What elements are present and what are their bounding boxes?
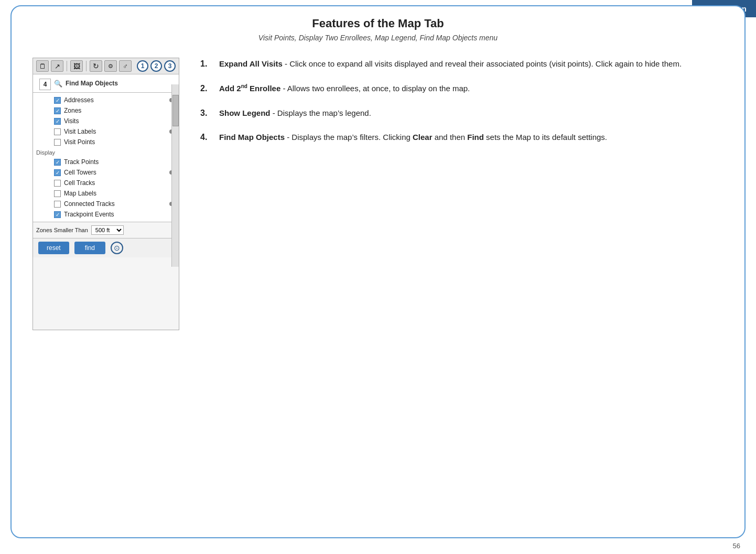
- item-body-4b: and then: [435, 133, 468, 142]
- page-subtitle: Visit Points, Display Two Enrollees, Map…: [33, 34, 723, 42]
- checkbox-cell-tracks[interactable]: [54, 180, 61, 187]
- checkbox-addresses[interactable]: ✓: [54, 97, 61, 104]
- label-visit-labels: Visit Labels: [64, 128, 167, 135]
- item-text-1: Expand All Visits - Click once to expand…: [219, 58, 682, 71]
- page-number: 56: [733, 542, 740, 550]
- label-addresses: Addresses: [64, 96, 167, 104]
- toolbar-separator: [67, 61, 67, 71]
- item-number-4: 4.: [200, 131, 215, 144]
- checkbox-visits[interactable]: ✓: [54, 118, 61, 125]
- toolbar-icon-export[interactable]: ↗: [51, 60, 63, 72]
- numbered-item-1: 1. Expand All Visits - Click once to exp…: [200, 58, 723, 71]
- list-item[interactable]: Map Labels: [33, 188, 179, 199]
- item-number-3: 3.: [200, 107, 215, 120]
- find-map-objects-label: Find Map Objects: [66, 80, 118, 87]
- item-number-2: 2.: [200, 82, 215, 95]
- item-title-3: Show Legend: [219, 108, 271, 117]
- badge-1[interactable]: 1: [137, 60, 148, 72]
- item-find-bold: Find: [467, 133, 484, 142]
- label-zones: Zones: [64, 107, 174, 114]
- item-body-2: - Allows two enrollees, at once, to disp…: [283, 84, 470, 93]
- circle-button[interactable]: ⊙: [111, 242, 123, 254]
- search-row[interactable]: 4 🔍 Find Map Objects: [33, 74, 179, 93]
- right-content: 1. Expand All Visits - Click once to exp…: [200, 58, 723, 156]
- checkbox-visit-labels[interactable]: [54, 128, 61, 135]
- zones-label: Zones Smaller Than: [36, 227, 88, 233]
- item-number-1: 1.: [200, 58, 215, 71]
- numbered-item-2: 2. Add 2nd Enrollee - Allows two enrolle…: [200, 82, 723, 95]
- checkbox-track-points[interactable]: ✓: [54, 159, 61, 166]
- btn-row: reset find ⊙: [33, 238, 179, 257]
- item-text-2: Add 2nd Enrollee - Allows two enrollees,…: [219, 82, 470, 95]
- badge-3[interactable]: 3: [164, 60, 176, 72]
- checkbox-visit-points[interactable]: [54, 139, 61, 146]
- item-body-4a: - Displays the map’s filters. Clicking: [287, 133, 413, 142]
- item-body-4c: sets the Map to its default settings.: [486, 133, 607, 142]
- item-title-1: Expand All Visits: [219, 59, 283, 68]
- item-clear-bold: Clear: [413, 133, 433, 142]
- label-cell-tracks: Cell Tracks: [64, 179, 174, 187]
- list-item[interactable]: ✓ Cell Towers: [33, 167, 179, 178]
- scrollbar[interactable]: [171, 84, 179, 267]
- left-panel: 🗒 ↗ 🖼 ↻ ⚙ ♂ 1 2 3: [33, 58, 179, 330]
- list-item[interactable]: ✓ Track Points: [33, 157, 179, 167]
- list-item[interactable]: Visit Labels: [33, 126, 179, 137]
- item-title-4: Find Map Objects: [219, 133, 285, 142]
- item-text-3: Show Legend - Displays the map’s legend.: [219, 107, 371, 120]
- ui-mockup: 🗒 ↗ 🖼 ↻ ⚙ ♂ 1 2 3: [33, 58, 179, 330]
- list-item[interactable]: ✓ Trackpoint Events: [33, 209, 179, 220]
- list-item[interactable]: Cell Tracks: [33, 178, 179, 188]
- checkbox-map-labels[interactable]: [54, 190, 61, 197]
- toolbar-row: 🗒 ↗ 🖼 ↻ ⚙ ♂ 1 2 3: [33, 58, 179, 74]
- list-item[interactable]: ✓ Zones: [33, 105, 179, 116]
- label-visit-points: Visit Points: [64, 138, 174, 146]
- list-item[interactable]: ✓ Visits: [33, 116, 179, 126]
- toolbar-icon-settings[interactable]: ⚙: [104, 60, 117, 72]
- scrollbar-thumb[interactable]: [172, 95, 179, 126]
- section-label-display: Display: [33, 147, 179, 157]
- zones-select[interactable]: 500 ft 250 ft 1000 ft: [91, 225, 124, 235]
- item-text-4: Find Map Objects - Displays the map’s fi…: [219, 131, 607, 144]
- main-card: Features of the Map Tab Visit Points, Di…: [10, 5, 746, 538]
- item-body-1: - Click once to expand all visits displa…: [285, 59, 682, 68]
- checklist: ✓ Addresses ✓ Zones ✓ Visits: [33, 93, 179, 222]
- toolbar-icon-frame[interactable]: 🖼: [70, 60, 83, 72]
- badge-4: 4: [39, 79, 51, 90]
- toolbar-separator-2: [86, 61, 87, 71]
- label-map-labels: Map Labels: [64, 190, 174, 197]
- toolbar-icon-user[interactable]: ♂: [119, 60, 132, 72]
- reset-button[interactable]: reset: [38, 242, 69, 254]
- search-icon: 🔍: [54, 80, 62, 88]
- checkbox-trackpoint-events[interactable]: ✓: [54, 211, 61, 218]
- toolbar-icon-copy[interactable]: 🗒: [36, 60, 49, 72]
- checkbox-zones[interactable]: ✓: [54, 107, 61, 114]
- label-trackpoint-events: Trackpoint Events: [64, 211, 174, 218]
- checkbox-cell-towers[interactable]: ✓: [54, 169, 61, 176]
- checkbox-connected-tracks[interactable]: [54, 201, 61, 208]
- list-item[interactable]: Connected Tracks: [33, 199, 179, 209]
- list-item[interactable]: Visit Points: [33, 137, 179, 147]
- toolbar-icon-refresh[interactable]: ↻: [90, 60, 102, 72]
- numbered-item-3: 3. Show Legend - Displays the map’s lege…: [200, 107, 723, 120]
- page-title: Features of the Map Tab: [33, 17, 723, 30]
- label-connected-tracks: Connected Tracks: [64, 200, 167, 208]
- label-track-points: Track Points: [64, 158, 174, 166]
- badge-2[interactable]: 2: [150, 60, 162, 72]
- label-visits: Visits: [64, 117, 174, 125]
- label-cell-towers: Cell Towers: [64, 169, 167, 176]
- zones-row: Zones Smaller Than 500 ft 250 ft 1000 ft: [33, 222, 179, 238]
- find-button[interactable]: find: [74, 242, 105, 254]
- numbered-item-4: 4. Find Map Objects - Displays the map’s…: [200, 131, 723, 144]
- list-item[interactable]: ✓ Addresses: [33, 95, 179, 105]
- item-title-2: Add 2nd Enrollee: [219, 84, 280, 93]
- item-body-3: - Displays the map’s legend.: [273, 108, 371, 117]
